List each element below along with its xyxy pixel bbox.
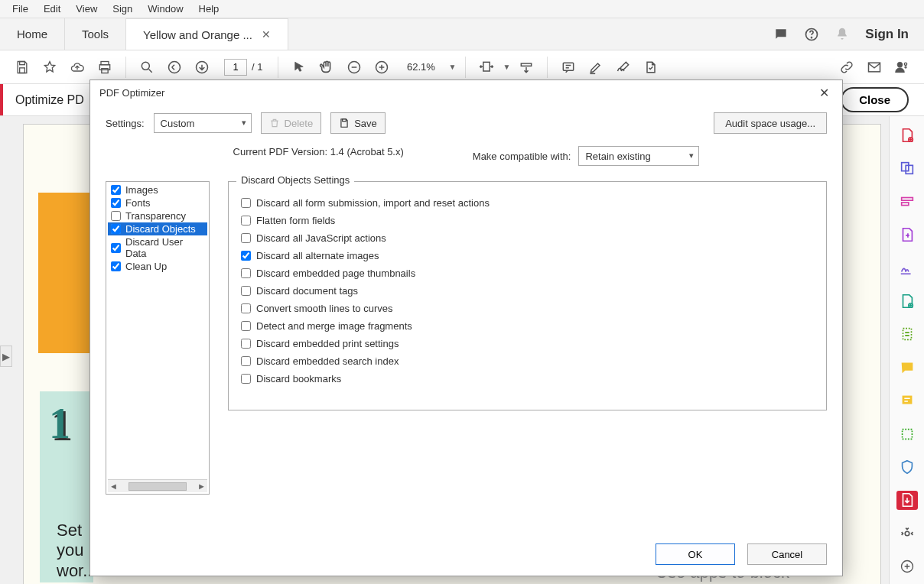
option-checkbox[interactable] (241, 303, 251, 313)
tool-protect-icon[interactable] (896, 457, 918, 476)
tool-combine-icon[interactable] (896, 158, 918, 177)
option-checkbox[interactable] (241, 198, 251, 208)
menu-sign[interactable]: Sign (105, 2, 140, 16)
tab-home[interactable]: Home (0, 18, 65, 50)
highlight-icon[interactable] (584, 56, 607, 79)
tab-tools[interactable]: Tools (65, 18, 126, 50)
compat-select[interactable]: Retain existing (578, 146, 699, 166)
option-checkbox[interactable] (241, 216, 251, 225)
menu-view[interactable]: View (68, 2, 105, 16)
save-settings-button[interactable]: Save (330, 112, 386, 134)
option-6[interactable]: Convert smooth lines to curves (241, 303, 814, 314)
close-button[interactable]: Close (841, 87, 909, 112)
help-icon[interactable] (804, 27, 819, 42)
category-checkbox[interactable] (111, 261, 121, 271)
menu-file[interactable]: File (5, 2, 36, 16)
fit-dropdown-icon[interactable]: ▼ (503, 63, 510, 71)
tool-add-icon[interactable] (896, 557, 918, 576)
option-4[interactable]: Discard embedded page thumbnails (241, 268, 814, 279)
category-checkbox[interactable] (111, 211, 121, 221)
option-3[interactable]: Discard all alternate images (241, 250, 814, 261)
tool-optimize-icon[interactable] (896, 491, 918, 510)
cursor-icon[interactable] (288, 56, 311, 79)
dialog-close-icon[interactable]: ✕ (815, 83, 833, 102)
scroll-mode-icon[interactable] (515, 56, 538, 79)
category-checkbox[interactable] (111, 185, 121, 195)
tool-comment-icon[interactable] (896, 358, 918, 377)
tool-compress-icon[interactable] (896, 325, 918, 344)
panel-expand-icon[interactable]: ▶ (0, 346, 12, 367)
option-checkbox[interactable] (241, 339, 251, 349)
option-checkbox[interactable] (241, 268, 251, 278)
star-icon[interactable] (38, 56, 61, 79)
tab-document[interactable]: Yellow and Orange ... ✕ (126, 18, 288, 50)
bell-icon[interactable] (835, 27, 850, 42)
ok-button[interactable]: OK (656, 543, 735, 565)
tool-create-pdf-icon[interactable] (896, 125, 918, 144)
audit-space-button[interactable]: Audit space usage... (714, 112, 827, 134)
option-10[interactable]: Discard bookmarks (241, 373, 814, 384)
share-link-icon[interactable] (835, 56, 858, 79)
hand-icon[interactable] (315, 56, 338, 79)
save-icon[interactable] (11, 56, 34, 79)
option-checkbox[interactable] (241, 356, 251, 366)
doc-shape (38, 193, 92, 353)
tool-sign-icon[interactable] (896, 258, 918, 277)
doc-big-number: 1 (49, 399, 93, 448)
category-item-images[interactable]: Images (108, 183, 207, 196)
option-9[interactable]: Discard embedded search index (241, 355, 814, 367)
tool-scan-icon[interactable] (896, 424, 918, 443)
category-item-fonts[interactable]: Fonts (108, 196, 207, 209)
category-checkbox[interactable] (111, 224, 121, 234)
settings-select[interactable]: Custom (154, 113, 252, 133)
cloud-icon[interactable] (66, 56, 89, 79)
tool-edit-icon[interactable] (896, 192, 918, 211)
menu-window[interactable]: Window (140, 2, 190, 16)
option-0[interactable]: Discard all form submission, import and … (241, 197, 814, 209)
category-item-discard-user-data[interactable]: Discard User Data (108, 235, 207, 260)
category-item-clean-up[interactable]: Clean Up (108, 260, 207, 273)
zoom-in-icon[interactable] (370, 56, 393, 79)
option-5[interactable]: Discard document tags (241, 285, 814, 297)
option-1[interactable]: Flatten form fields (241, 215, 814, 226)
category-scrollbar[interactable]: ◄► (108, 479, 207, 492)
signature-icon[interactable] (612, 56, 635, 79)
next-page-icon[interactable] (190, 56, 213, 79)
category-item-discard-objects[interactable]: Discard Objects (108, 222, 207, 235)
comment-icon[interactable] (557, 56, 580, 79)
tool-note-icon[interactable] (896, 391, 918, 410)
zoom-dropdown-icon[interactable]: ▼ (448, 63, 456, 71)
chat-icon[interactable] (773, 27, 789, 42)
tool-organize-icon[interactable] (896, 291, 918, 310)
category-item-transparency[interactable]: Transparency (108, 209, 207, 222)
email-icon[interactable] (863, 56, 886, 79)
menu-edit[interactable]: Edit (36, 2, 68, 16)
tool-more-icon[interactable] (896, 524, 918, 543)
tab-close-icon[interactable]: ✕ (262, 28, 271, 41)
share-people-icon[interactable] (890, 56, 913, 79)
tool-export-icon[interactable] (896, 225, 918, 244)
zoom-value[interactable]: 62.1% (398, 61, 444, 73)
option-checkbox[interactable] (241, 286, 251, 296)
sign-in-link[interactable]: Sign In (865, 27, 909, 42)
option-checkbox[interactable] (241, 321, 251, 331)
print-icon[interactable] (93, 56, 116, 79)
stamp-icon[interactable] (639, 56, 662, 79)
zoom-out-icon[interactable] (343, 56, 366, 79)
option-7[interactable]: Detect and merge image fragments (241, 320, 814, 332)
option-checkbox[interactable] (241, 374, 251, 384)
category-checkbox[interactable] (111, 243, 121, 253)
search-icon[interactable] (135, 56, 158, 79)
option-8[interactable]: Discard embedded print settings (241, 338, 814, 349)
option-checkbox[interactable] (241, 251, 251, 261)
cancel-button[interactable]: Cancel (747, 543, 827, 565)
menu-help[interactable]: Help (191, 2, 227, 16)
page-number-input[interactable] (224, 59, 247, 76)
category-checkbox[interactable] (111, 198, 121, 208)
option-label: Flatten form fields (256, 215, 335, 226)
svg-point-1 (812, 37, 812, 37)
option-checkbox[interactable] (241, 233, 251, 243)
prev-page-icon[interactable] (163, 56, 186, 79)
option-2[interactable]: Discard all JavaScript actions (241, 232, 814, 244)
fit-width-icon[interactable] (475, 56, 498, 79)
